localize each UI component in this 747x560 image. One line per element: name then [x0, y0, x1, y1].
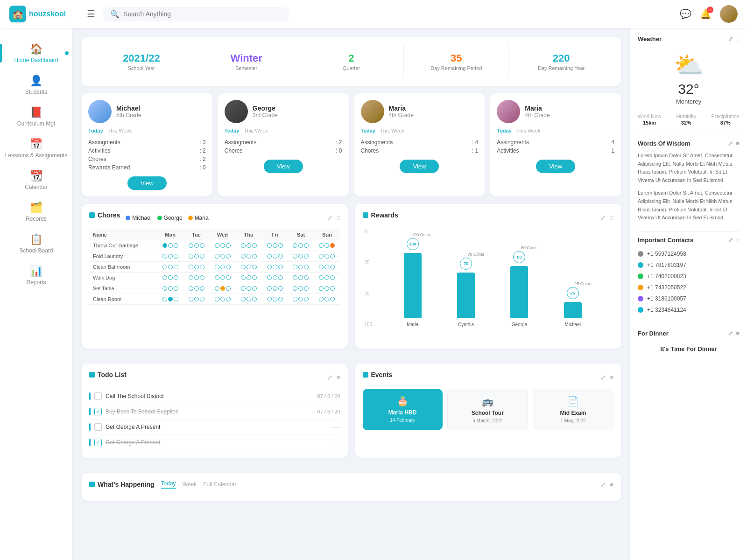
wisdom-expand-icon[interactable]: ⤢ [728, 140, 733, 147]
chore-fri [262, 283, 288, 294]
day-period-value: 35 [408, 52, 505, 64]
right-panel: Weather ⤢ ≡ ⛅ 32° Monterey Wind Now 15km… [630, 28, 747, 560]
weather-expand-icon[interactable]: ⤢ [728, 35, 733, 42]
whats-happening-title: What's Happening [89, 481, 155, 488]
todo-stripe [89, 423, 91, 431]
table-row: Fold Laundry [89, 251, 340, 262]
legend-michael: Michael [126, 215, 151, 221]
events-menu-icon[interactable]: ≡ [610, 374, 613, 381]
contact-number: +1 3186100057 [647, 295, 686, 302]
tab-today[interactable]: Today [88, 128, 103, 133]
weather-actions: ⤢ ≡ [728, 35, 740, 42]
assignments-line: Assingments: 2 [225, 138, 342, 147]
sidebar-item-school-board[interactable]: 📋 School Board [0, 228, 72, 259]
view-button-maria2[interactable]: View [536, 160, 575, 173]
event-icon: 📄 [539, 396, 607, 407]
chores-menu-icon[interactable]: ≡ [336, 214, 340, 222]
tab-this-week[interactable]: This Week [380, 128, 404, 133]
chart-bar-group: 8080 CoinsGeorge [510, 266, 528, 327]
chores-expand-icon[interactable]: ⤢ [327, 214, 332, 222]
chart-bar: 100100 Coins [404, 253, 422, 318]
rewards-expand-icon[interactable]: ⤢ [600, 214, 606, 222]
hamburger-menu[interactable]: ☰ [87, 8, 95, 20]
todo-expand-icon[interactable]: ⤢ [327, 374, 332, 381]
sidebar-label-reports: Reports [26, 279, 46, 286]
dinner-expand-icon[interactable]: ⤢ [728, 330, 733, 337]
sidebar-item-lessons[interactable]: 📅 Lesssons & Assignments [0, 133, 72, 164]
chores-line: Chores: 2 [88, 155, 206, 163]
todo-list: Call The School District07 / 8 / 20✓Buy … [89, 389, 340, 450]
whats-happening-left: What's Happening Today Week Full Calenda… [89, 480, 236, 489]
chart-bar: 2525 Coins [564, 302, 582, 318]
tab-today[interactable]: Today [225, 128, 240, 133]
notifications-icon[interactable]: 🔔 1 [700, 8, 712, 20]
tab-this-week[interactable]: This Week [108, 128, 132, 133]
chore-thu [236, 294, 262, 305]
rewards-menu-icon[interactable]: ≡ [610, 214, 613, 222]
wisdom-menu-icon[interactable]: ≡ [736, 140, 740, 147]
tab-today[interactable]: Today [497, 128, 512, 133]
chore-tue [183, 273, 210, 283]
todo-date: - - - [332, 440, 340, 445]
weather-temp: 32° [678, 81, 699, 97]
chart-bar: 8080 Coins [510, 266, 528, 318]
contact-dot [638, 296, 643, 301]
chore-tue [183, 240, 210, 251]
sidebar-item-home[interactable]: 🏠 Home Dashboard [0, 37, 72, 69]
chores-section-title: Chores [89, 211, 120, 219]
notification-badge: 1 [707, 7, 713, 13]
view-button-michael[interactable]: View [127, 176, 167, 190]
list-item: +1 3186100057 [638, 293, 740, 304]
sidebar-item-students[interactable]: 👤 Students [0, 69, 72, 101]
col-mon: Mon [157, 229, 183, 240]
tab-week-happening[interactable]: Week [183, 481, 197, 488]
todo-menu-icon[interactable]: ≡ [336, 374, 340, 381]
contact-dot [638, 262, 643, 268]
contact-number: +1 7817803197 [647, 262, 686, 268]
happening-expand-icon[interactable]: ⤢ [600, 481, 606, 488]
chore-wed [210, 251, 236, 262]
sidebar-item-curriculum[interactable]: 📕 Curriculum Mgt [0, 101, 72, 133]
tab-full-calendar[interactable]: Full Calendar [203, 481, 236, 488]
events-expand-icon[interactable]: ⤢ [600, 374, 606, 381]
search-input[interactable] [123, 10, 282, 18]
student-tabs: Today This Week [225, 128, 342, 133]
weather-menu-icon[interactable]: ≡ [736, 35, 740, 42]
chart-bar-group: 2525 CoinsMichael [564, 302, 582, 327]
stat-day-year: 220 Day Remaining Year [509, 45, 613, 78]
contacts-menu-icon[interactable]: ≡ [736, 237, 740, 244]
rewards-dot [363, 212, 368, 218]
tab-this-week[interactable]: This Week [516, 128, 541, 133]
sidebar-item-reports[interactable]: 📊 Reports [0, 259, 72, 291]
messages-icon[interactable]: 💬 [680, 8, 691, 20]
todo-checkbox[interactable]: ✓ [94, 408, 102, 415]
sidebar-item-records[interactable]: 🗂️ Records [0, 196, 72, 228]
wisdom-text2: Lorem Ipsum Dolor Sit Amet, Consectetur … [638, 189, 740, 222]
happening-menu-icon[interactable]: ≡ [610, 481, 613, 488]
chart-bar-label: Cynthia [458, 322, 474, 327]
tab-this-week[interactable]: This Week [244, 128, 268, 133]
chore-wed [210, 262, 236, 273]
todo-checkbox[interactable] [94, 423, 102, 431]
curriculum-icon: 📕 [30, 106, 42, 119]
tab-today[interactable]: Today [361, 128, 376, 133]
contacts-expand-icon[interactable]: ⤢ [728, 237, 733, 244]
dinner-menu-icon[interactable]: ≡ [736, 330, 740, 337]
sidebar-item-calendar[interactable]: 📆 Calendar [0, 164, 72, 196]
todo-checkbox[interactable]: ✓ [94, 439, 102, 446]
event-icon: 🎂 [368, 395, 437, 406]
student-header: George 3rd Grade [225, 100, 342, 123]
chore-name: Fold Laundry [89, 251, 157, 262]
chore-sat [288, 262, 314, 273]
todo-checkbox[interactable] [94, 392, 102, 400]
search-bar[interactable]: 🔍 [103, 7, 289, 21]
chores-actions: ⤢ ≡ [327, 214, 340, 222]
logo[interactable]: 🏫 houzskool [9, 6, 79, 22]
chore-name: Walk Dog [89, 273, 157, 283]
chore-tue [183, 251, 210, 262]
student-header: Michael 5th Grade [88, 100, 206, 123]
user-avatar[interactable] [720, 5, 738, 23]
view-button-george[interactable]: View [264, 160, 303, 173]
tab-today-happening[interactable]: Today [161, 480, 176, 489]
view-button-maria1[interactable]: View [400, 160, 439, 173]
